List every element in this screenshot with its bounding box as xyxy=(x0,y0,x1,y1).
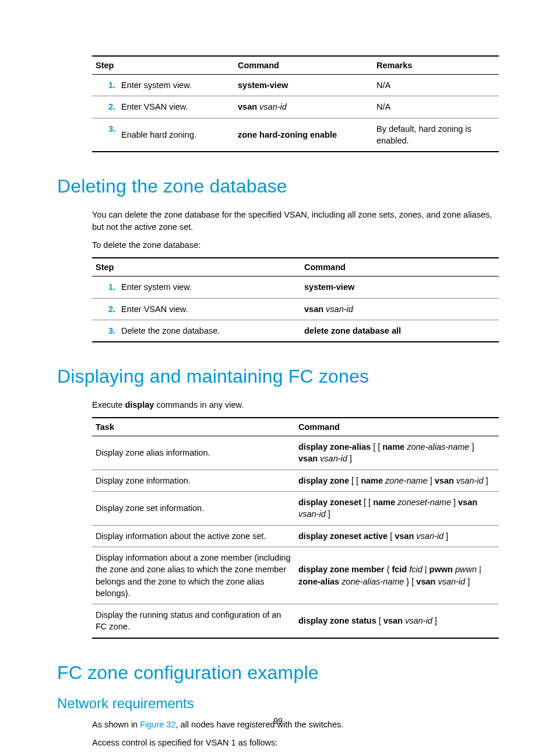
command-cell: vsan vsan-id xyxy=(234,96,373,118)
th-remarks: Remarks xyxy=(373,56,499,75)
table-row: Display zone information.display zone [ … xyxy=(92,470,499,491)
para-netreq-2: Access control is specified for VSAN 1 a… xyxy=(92,737,499,749)
para-delete-1: You can delete the zone database for the… xyxy=(92,209,499,233)
table-row: 3.Enable hard zoning.zone hard-zoning en… xyxy=(92,118,499,152)
task-cell: Display the running status and configura… xyxy=(92,604,295,638)
step-number: 3. xyxy=(92,118,118,152)
step-command-table: Step Command 1.Enter system view.system-… xyxy=(92,257,499,342)
th-step: Step xyxy=(92,258,301,276)
step-text: Enter VSAN view. xyxy=(118,298,301,320)
step-text: Enter VSAN view. xyxy=(118,96,234,118)
th-task: Task xyxy=(92,418,295,436)
step-text: Enter system view. xyxy=(118,75,234,96)
command-cell: display zone member { fcid fcid | pwwn p… xyxy=(295,547,499,604)
command-cell: vsan vsan-id xyxy=(301,298,499,320)
command-cell: system-view xyxy=(234,75,373,96)
table-row: Display the running status and configura… xyxy=(92,604,499,638)
heading-network-requirements: Network requirements xyxy=(57,695,499,712)
command-cell: display zone-alias [ [ name zone-alias-n… xyxy=(295,436,499,470)
command-cell: display zone [ [ name zone-name ] vsan v… xyxy=(295,470,499,491)
th-command: Command xyxy=(234,56,373,75)
remarks-cell: N/A xyxy=(373,96,499,118)
command-cell: system-view xyxy=(301,276,499,298)
task-cell: Display zone information. xyxy=(92,470,295,491)
task-command-table: Task Command Display zone alias informat… xyxy=(92,417,499,639)
table-row: 3.Delete the zone database.delete zone d… xyxy=(92,320,499,342)
task-cell: Display information about the active zon… xyxy=(92,525,295,547)
remarks-cell: By default, hard zoning is enabled. xyxy=(373,118,499,152)
th-command: Command xyxy=(301,258,499,276)
task-cell: Display information about a zone member … xyxy=(92,547,295,604)
step-number: 1. xyxy=(92,75,118,96)
step-number: 2. xyxy=(92,298,118,320)
step-number: 1. xyxy=(92,276,118,298)
para-display-1: Execute display commands in any view. xyxy=(92,399,499,411)
remarks-cell: N/A xyxy=(373,75,499,96)
step-command-remarks-table: Step Command Remarks 1.Enter system view… xyxy=(92,55,499,152)
step-number: 2. xyxy=(92,96,118,118)
command-cell: display zoneset active [ vsan vsan-id ] xyxy=(295,525,499,547)
table-row: 2.Enter VSAN view.vsan vsan-idN/A xyxy=(92,96,499,118)
document-page: Step Command Remarks 1.Enter system view… xyxy=(0,0,556,756)
table1-wrapper: Step Command Remarks 1.Enter system view… xyxy=(57,55,499,152)
task-cell: Display zone alias information. xyxy=(92,436,295,470)
step-text: Delete the zone database. xyxy=(118,320,301,342)
table-row: 2.Enter VSAN view.vsan vsan-id xyxy=(92,298,499,320)
heading-deleting-zone-database: Deleting the zone database xyxy=(57,176,499,197)
step-number: 3. xyxy=(92,320,118,342)
heading-displaying-fc-zones: Displaying and maintaining FC zones xyxy=(57,366,499,387)
th-command: Command xyxy=(295,418,499,436)
th-step: Step xyxy=(92,56,234,75)
step-text: Enable hard zoning. xyxy=(118,118,234,152)
table-row: Display zone alias information.display z… xyxy=(92,436,499,470)
command-cell: display zoneset [ [ name zoneset-name ] … xyxy=(295,492,499,526)
table-row: 1.Enter system view.system-view xyxy=(92,276,499,298)
command-cell: zone hard-zoning enable xyxy=(234,118,373,152)
heading-fc-zone-example: FC zone configuration example xyxy=(57,662,499,684)
table-row: Display information about the active zon… xyxy=(92,525,499,547)
table-row: Display zone set information.display zon… xyxy=(92,492,499,526)
step-text: Enter system view. xyxy=(118,276,301,298)
table-row: Display information about a zone member … xyxy=(92,547,499,604)
para-delete-2: To delete the zone database: xyxy=(92,239,499,251)
task-cell: Display zone set information. xyxy=(92,492,295,526)
table-row: 1.Enter system view.system-viewN/A xyxy=(92,75,499,96)
command-cell: display zone status [ vsan vsan-id ] xyxy=(295,604,499,638)
command-cell: delete zone database all xyxy=(301,320,499,342)
page-number: 99 xyxy=(0,716,556,726)
